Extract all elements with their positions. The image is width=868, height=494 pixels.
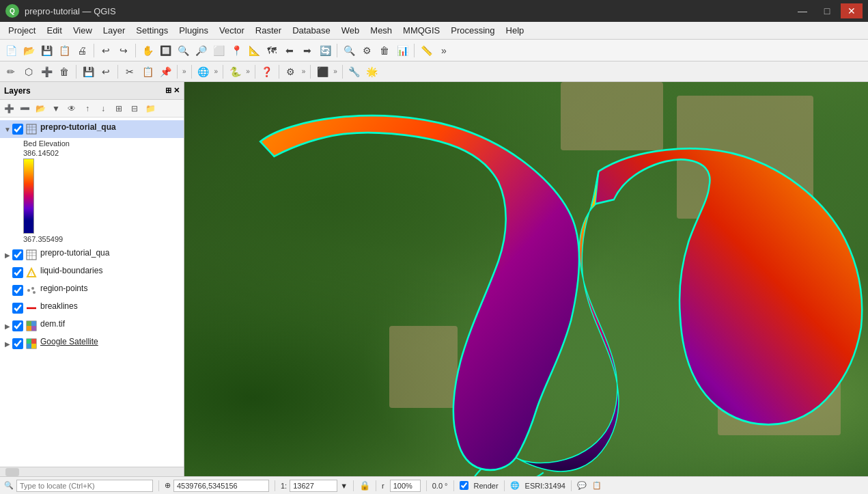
minimize-button[interactable]: —: [792, 3, 813, 18]
menu-item-database[interactable]: Database: [287, 22, 336, 39]
coordinates-input[interactable]: [173, 480, 269, 492]
mesh-more[interactable]: »: [332, 68, 339, 75]
menu-item-help[interactable]: Help: [501, 22, 530, 39]
plugin2-btn[interactable]: 🌟: [364, 64, 380, 80]
layer-item-3[interactable]: ▶ ! liquid-boundaries: [0, 264, 184, 282]
crs-label[interactable]: ESRI:31494: [525, 482, 565, 490]
measure-btn[interactable]: 📏: [418, 42, 434, 59]
maximize-button[interactable]: □: [816, 3, 838, 18]
message-icon[interactable]: 💬: [577, 481, 587, 490]
undo-btn[interactable]: ↩: [98, 42, 114, 59]
add-group-btn[interactable]: 📁: [143, 101, 158, 116]
zoom-full-btn[interactable]: ⬜: [210, 42, 227, 59]
select-btn[interactable]: ⚙: [359, 42, 375, 59]
menu-item-view[interactable]: View: [68, 22, 98, 39]
open-project-btn[interactable]: 📂: [20, 42, 37, 59]
cut-features-btn[interactable]: ✂: [122, 64, 138, 80]
filter-layer-btn[interactable]: ▼: [48, 101, 64, 116]
menu-item-plugins[interactable]: Plugins: [173, 22, 214, 39]
layer-7-expand[interactable]: ▶: [3, 336, 12, 351]
layer-4-checkbox[interactable]: [12, 285, 23, 296]
zoom-layer-btn[interactable]: 📐: [246, 42, 262, 59]
toolbar2-more[interactable]: »: [181, 68, 188, 75]
globe-btn[interactable]: 🌐: [195, 64, 212, 80]
zoom-selection-btn[interactable]: 📍: [228, 42, 244, 59]
help-btn[interactable]: ❓: [259, 64, 275, 80]
layer-item-7[interactable]: ▶ Google Satellite: [0, 335, 184, 353]
lock-icon[interactable]: 🔒: [359, 480, 370, 491]
menu-item-project[interactable]: Project: [3, 22, 41, 39]
layer-2-checkbox[interactable]: [12, 249, 23, 260]
layer-7-checkbox[interactable]: [12, 338, 23, 349]
locate-input[interactable]: [16, 480, 153, 492]
add-feature-btn[interactable]: ➕: [38, 64, 55, 80]
save-project-btn[interactable]: 💾: [38, 42, 55, 59]
menu-item-processing[interactable]: Processing: [445, 22, 500, 39]
delete-feature-btn[interactable]: 🗑: [56, 64, 72, 80]
zoom-next-btn[interactable]: ➡: [299, 42, 316, 59]
move-layer-up-btn[interactable]: ↑: [80, 101, 95, 116]
layer-6-checkbox[interactable]: [12, 320, 23, 331]
menu-item-edit[interactable]: Edit: [41, 22, 67, 39]
menu-item-settings[interactable]: Settings: [130, 22, 173, 39]
digitize-btn[interactable]: ✏: [3, 64, 19, 80]
scale-input[interactable]: [290, 480, 337, 492]
menu-item-vector[interactable]: Vector: [214, 22, 250, 39]
save-edits-btn[interactable]: 💾: [80, 64, 96, 80]
collapse-all-btn[interactable]: ⊟: [127, 101, 142, 116]
layers-expand-icon[interactable]: ⊞: [165, 86, 171, 95]
mesh-btn[interactable]: ⬛: [314, 64, 331, 80]
layer-1-checkbox[interactable]: [12, 124, 23, 135]
print-btn[interactable]: 🖨: [74, 42, 90, 59]
zoom-in-btn[interactable]: 🔍: [175, 42, 191, 59]
node-tool-btn[interactable]: ⬡: [20, 64, 37, 80]
layer-visibility-btn[interactable]: 👁: [64, 101, 79, 116]
plugin-btn[interactable]: 🔧: [346, 64, 363, 80]
layer-3-checkbox[interactable]: [12, 267, 23, 278]
open-layer-btn[interactable]: 📂: [33, 101, 48, 116]
menu-item-mmqgis[interactable]: MMQGIS: [397, 22, 445, 39]
layer-item-2[interactable]: ▶ prepro-tutorial_qua: [0, 246, 184, 264]
globe-more[interactable]: »: [213, 68, 220, 75]
new-project-btn[interactable]: 📄: [3, 42, 19, 59]
layers-hscroll[interactable]: [0, 467, 184, 476]
python-more[interactable]: »: [244, 68, 251, 75]
log-icon[interactable]: 📋: [592, 481, 602, 490]
copy-features-btn[interactable]: 📋: [139, 64, 156, 80]
remove-layer-btn[interactable]: ➖: [17, 101, 32, 116]
identify-btn[interactable]: 🔍: [341, 42, 357, 59]
save-as-btn[interactable]: 📋: [56, 42, 72, 59]
menu-item-layer[interactable]: Layer: [98, 22, 131, 39]
layer-item-6[interactable]: ▶ dem.tif: [0, 317, 184, 335]
menu-item-web[interactable]: Web: [336, 22, 365, 39]
map-area[interactable]: [184, 82, 868, 476]
menu-item-raster[interactable]: Raster: [250, 22, 287, 39]
layer-5-checkbox[interactable]: [12, 303, 23, 314]
expand-all-btn[interactable]: ⊞: [111, 101, 126, 116]
refresh-btn[interactable]: 🔄: [317, 42, 333, 59]
layer-2-expand[interactable]: ▶: [3, 247, 12, 262]
layer-item-4[interactable]: ▶ region-points: [0, 282, 184, 299]
layer-6-expand[interactable]: ▶: [3, 318, 12, 333]
close-button[interactable]: ✕: [841, 3, 863, 18]
paste-features-btn[interactable]: 📌: [157, 64, 173, 80]
move-layer-down-btn[interactable]: ↓: [96, 101, 111, 116]
deselect-btn[interactable]: 🗑: [376, 42, 393, 59]
zoom-out-btn[interactable]: 🔎: [193, 42, 209, 59]
scale-percent-input[interactable]: [390, 480, 421, 492]
layer-item-5[interactable]: ▶ breaklines: [0, 299, 184, 317]
zoom-last-btn[interactable]: ⬅: [281, 42, 298, 59]
scale-dropdown-icon[interactable]: ▼: [340, 482, 348, 490]
add-layer-btn[interactable]: ➕: [1, 101, 16, 116]
redo-btn[interactable]: ↪: [115, 42, 132, 59]
pan-btn[interactable]: ✋: [139, 42, 156, 59]
open-table-btn[interactable]: 📊: [394, 42, 410, 59]
advanced-digitize-btn[interactable]: ⚙: [283, 64, 299, 80]
layer-item-1[interactable]: ▼ prepro-tutorial_qua: [0, 120, 184, 138]
rollback-btn[interactable]: ↩: [98, 64, 114, 80]
python-btn[interactable]: 🐍: [227, 64, 243, 80]
more-btn[interactable]: »: [436, 42, 452, 59]
menu-item-mesh[interactable]: Mesh: [365, 22, 397, 39]
zoom-native-btn[interactable]: 🗺: [264, 42, 280, 59]
layer-1-expand[interactable]: ▼: [3, 122, 12, 137]
